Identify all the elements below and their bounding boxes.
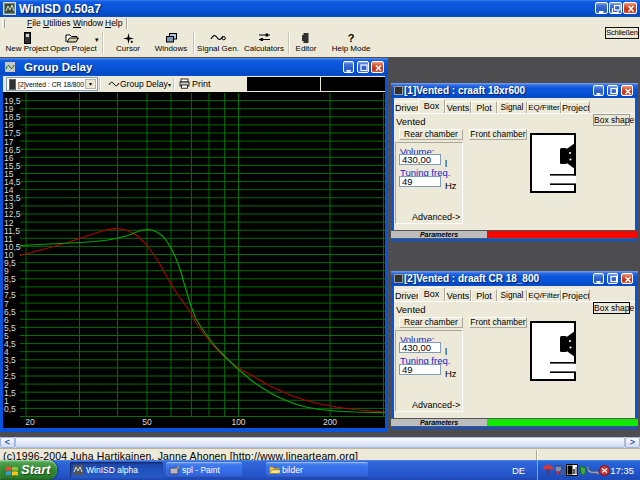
svg-text:50: 50 [142,417,152,427]
svg-text:19,5: 19,5 [4,96,21,106]
svg-text:20: 20 [25,417,35,427]
svg-text:100: 100 [231,417,245,427]
svg-text:200: 200 [323,417,337,427]
